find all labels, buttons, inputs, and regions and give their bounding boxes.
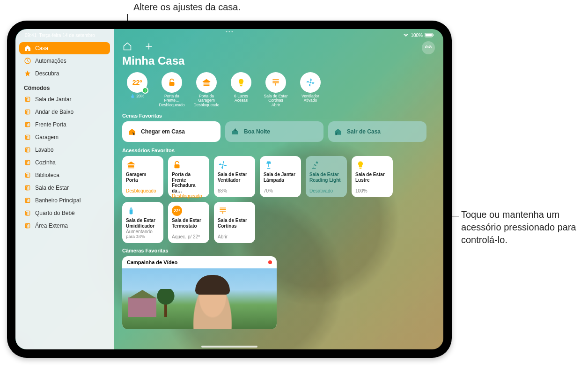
sidebar-room-label: Cozinha: [35, 159, 56, 166]
announce-button[interactable]: [422, 41, 435, 54]
moon-icon: [231, 127, 239, 136]
accessory-tile[interactable]: Porta da Frente Fechadura da… Desbloquea…: [168, 156, 209, 197]
accessory-tile[interactable]: Sala de Estar Reading Light Desativado: [306, 156, 347, 197]
camera-card[interactable]: Campainha de Vídeo: [122, 256, 277, 329]
camera-house: [128, 297, 156, 317]
accessory-status: Aquec. p/ 22º: [172, 234, 206, 240]
accessory-room: Sala de Estar: [355, 172, 389, 178]
scene-boa-noite[interactable]: Boa Noite: [225, 121, 323, 142]
status-sublabel: Ativado: [304, 98, 317, 103]
svg-rect-5: [27, 98, 28, 102]
sidebar-room-label: Lavabo: [35, 147, 53, 153]
star-icon: [24, 70, 31, 77]
room-icon: [24, 171, 31, 179]
scene-sair-de-casa[interactable]: Sair de Casa: [328, 121, 426, 142]
svg-rect-7: [27, 111, 28, 114]
sidebar-room-label: Área Externa: [35, 222, 68, 229]
accessory-name: Termostato: [172, 223, 206, 229]
accessory-status: 70%: [264, 188, 297, 194]
status-chip[interactable]: VentiladorAtivado: [295, 72, 325, 107]
fan-icon: [218, 160, 228, 170]
sidebar-room-biblioteca[interactable]: Biblioteca: [19, 169, 110, 181]
accessory-name: Umidificador: [126, 223, 160, 229]
garage-icon: [196, 72, 217, 93]
sidebar-room-cozinha[interactable]: Cozinha: [19, 156, 110, 169]
status-sublabel: Abrir: [272, 103, 280, 107]
svg-rect-39: [220, 211, 226, 212]
camera-tree: [156, 289, 175, 317]
accessory-room: Sala de Estar: [218, 218, 251, 223]
sidebar-room-frente-porta[interactable]: Frente Porta: [19, 118, 110, 131]
status-chip[interactable]: Porta da Frente…Desbloqueado: [157, 72, 187, 107]
scene-label: Chegar em Casa: [141, 128, 185, 135]
sidebar-room-sala-de-estar[interactable]: Sala de Estar: [19, 182, 110, 194]
status-chip[interactable]: Porta da GaragemDesbloqueado: [191, 72, 221, 107]
sidebar-room-sala-de-jantar[interactable]: Sala de Jantar: [19, 93, 110, 105]
climate-chip[interactable]: 22º↑ 💧 20%: [122, 72, 152, 107]
status-chip[interactable]: Sala de Estar CortinasAbrir: [261, 72, 291, 107]
svg-rect-13: [27, 149, 28, 152]
svg-rect-40: [222, 212, 223, 214]
status-label: Porta da Frente…: [157, 94, 187, 103]
scene-label: Sair de Casa: [347, 128, 381, 135]
svg-rect-23: [27, 212, 28, 215]
sidebar-room--rea-externa[interactable]: Área Externa: [19, 220, 110, 232]
svg-point-35: [222, 164, 223, 165]
battery-pct: 100%: [411, 33, 423, 38]
svg-rect-34: [175, 164, 180, 168]
wifi-icon: [403, 33, 409, 37]
accessory-name: Fechadura da…: [172, 183, 206, 193]
sidebar-room-label: Banheiro Principal: [35, 197, 81, 204]
svg-rect-19: [27, 187, 28, 190]
accessory-tile[interactable]: Sala de Estar Ventilador 68%: [214, 156, 255, 197]
room-icon: [24, 209, 31, 217]
ipad-frame: 09:41 Terça-feira 14 de setembro 100% Ca…: [7, 21, 452, 358]
sidebar-item-label: Automações: [35, 58, 66, 64]
cameras-title: Câmeras Favoritas: [122, 248, 435, 253]
callout-right: Toque ou mantenha um acessório pressiona…: [461, 208, 583, 246]
sidebar-item-label: Descubra: [35, 70, 59, 77]
accessory-tile[interactable]: Sala de Jantar Lâmpada 70%: [260, 156, 301, 197]
accessory-tile[interactable]: 22° Sala de Estar Termostato Aquec. p/ 2…: [168, 202, 209, 243]
sidebar-item-casa[interactable]: Casa: [19, 42, 110, 54]
sidebar-room-label: Biblioteca: [35, 172, 59, 178]
scene-chegar-em-casa[interactable]: Chegar em Casa: [122, 121, 220, 142]
scenes-title: Cenas Favoritas: [122, 113, 435, 118]
sidebar-room-quarto-do-beb-[interactable]: Quarto do Bebê: [19, 207, 110, 219]
accessory-status: Abrir: [218, 234, 251, 240]
accessory-tile[interactable]: Sala de Estar Cortinas Abrir: [214, 202, 255, 243]
accessory-tile[interactable]: Sala de Estar Umidificador Aumentando pa…: [122, 202, 163, 243]
status-time: 09:41: [25, 33, 37, 38]
scenes-row: Chegar em CasaBoa NoiteSair de Casa: [122, 121, 435, 142]
home-settings-button[interactable]: [122, 41, 132, 52]
sidebar-room-lavabo[interactable]: Lavabo: [19, 144, 110, 156]
screen: 09:41 Terça-feira 14 de setembro 100% Ca…: [15, 29, 443, 349]
status-right: 100%: [403, 33, 434, 38]
room-icon: [24, 96, 31, 103]
sidebar-room-banheiro-principal[interactable]: Banheiro Principal: [19, 194, 110, 207]
status-left: 09:41 Terça-feira 14 de setembro: [25, 33, 95, 38]
accessory-name: Lâmpada: [264, 178, 297, 183]
sidebar-room-garagem[interactable]: Garagem: [19, 131, 110, 143]
clock-icon: [24, 57, 31, 65]
camera-face: [191, 278, 234, 329]
blinds-icon: [265, 72, 286, 93]
accessory-room: Porta da Frente: [172, 172, 206, 183]
accessory-name: Cortinas: [218, 223, 251, 229]
status-label: Porta da Garagem: [191, 94, 221, 103]
sidebar-room-label: Garagem: [35, 134, 59, 141]
svg-rect-29: [272, 82, 279, 83]
accessory-tile[interactable]: Sala de Estar Lustre 100%: [352, 156, 393, 197]
status-chip[interactable]: 6 LuzesAcesas: [226, 72, 256, 107]
status-sublabel: Acesas: [235, 98, 248, 103]
sidebar-item-descubra[interactable]: Descubra: [19, 67, 110, 80]
room-icon: [24, 121, 31, 128]
climate-temp: 22º: [132, 79, 142, 86]
accessory-tile[interactable]: Garagem Porta Desbloqueado: [122, 156, 163, 197]
svg-rect-1: [426, 34, 432, 37]
add-button[interactable]: [144, 41, 154, 52]
recording-indicator-icon: [268, 260, 272, 264]
accessory-room: Sala de Jantar: [264, 172, 297, 178]
sidebar-room-andar-de-baixo[interactable]: Andar de Baixo: [19, 106, 110, 118]
sidebar-item-automa-es[interactable]: Automações: [19, 55, 110, 67]
